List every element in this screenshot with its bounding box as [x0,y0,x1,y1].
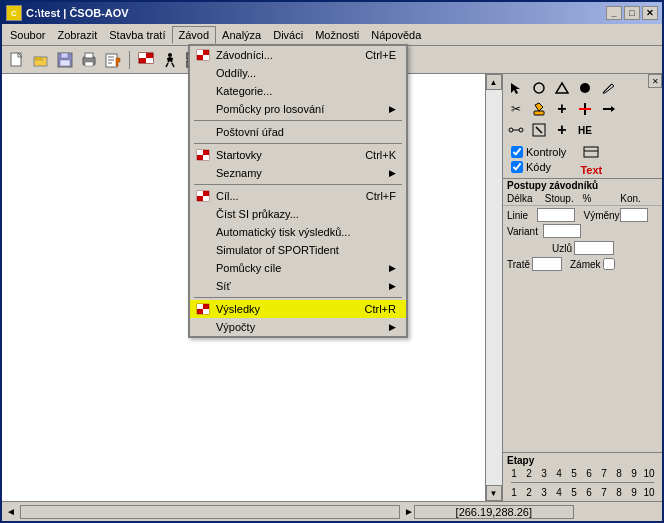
etapy-sel-1[interactable]: 1 [507,485,521,499]
menu-stavba[interactable]: Stavba tratí [103,27,171,43]
svg-rect-4 [61,53,68,58]
checkbox-kody[interactable] [511,161,523,173]
rp-scissors-btn[interactable]: ✂ [505,99,527,119]
scroll-up-btn[interactable]: ▲ [486,74,502,90]
menu-divaci[interactable]: Diváci [267,27,309,43]
dd-sep4 [194,297,402,298]
rp-plus2-btn[interactable]: + [551,120,573,140]
etapy-9[interactable]: 9 [627,466,641,480]
canvas-scrollbar-v[interactable]: ▲ ▼ [485,74,501,501]
checkbox-zamek[interactable] [603,258,615,270]
menu-analyza[interactable]: Analýza [216,27,267,43]
dd-kategorie[interactable]: Kategorie... [190,82,406,100]
rp-nodes-btn[interactable] [505,120,527,140]
dd-sep2 [194,143,402,144]
etapy-7[interactable]: 7 [597,466,611,480]
rp-bucket-btn[interactable] [528,99,550,119]
etapy-4[interactable]: 4 [552,466,566,480]
svg-rect-46 [203,55,209,60]
toolbar-runners[interactable] [159,49,181,71]
dd-vysledky[interactable]: Výsledky Ctrl+R [190,300,406,318]
input-uzlu[interactable] [574,241,614,255]
etapy-sel-5[interactable]: 5 [567,485,581,499]
rp-circle-btn[interactable] [528,78,550,98]
etapy-sel-3[interactable]: 3 [537,485,551,499]
menu-napoveda[interactable]: Nápověda [365,27,427,43]
input-trate[interactable] [532,257,562,271]
toolbar-print[interactable] [78,49,100,71]
rp-cross-btn[interactable] [574,99,596,119]
menu-zavod[interactable]: Závod [172,26,217,44]
window-title: C:\test | ČSOB-AOV [26,7,129,19]
col-stoup: Stoup. [545,193,583,204]
toolbar-new[interactable] [6,49,28,71]
scroll-down-btn[interactable]: ▼ [486,485,502,501]
dd-vypocty[interactable]: Výpočty ▶ [190,318,406,336]
checkbox-kontroly[interactable] [511,146,523,158]
etapy-2[interactable]: 2 [522,466,536,480]
rp-he-btn[interactable]: HE [574,120,596,140]
rp-cursor-btn[interactable] [505,78,527,98]
minimize-button[interactable]: _ [606,6,622,20]
toolbar-flag[interactable] [135,49,157,71]
label-vymen: Výměny [584,210,618,221]
dd-zavodnici-shortcut: Ctrl+E [365,49,396,61]
dd-auto-tisk[interactable]: Automatický tisk výsledků... [190,223,406,241]
rp-arrow-btn[interactable] [597,99,619,119]
etapy-10[interactable]: 10 [642,466,656,480]
status-bar: ◄ ► [266.19,288.26] [2,501,662,521]
etapy-6[interactable]: 6 [582,466,596,480]
etapy-sel-4[interactable]: 4 [552,485,566,499]
etapy-8[interactable]: 8 [612,466,626,480]
rp-plus-btn[interactable]: + [551,99,573,119]
etapy-sel-10[interactable]: 10 [642,485,656,499]
etapy-sel-6[interactable]: 6 [582,485,596,499]
etapy-sel-8[interactable]: 8 [612,485,626,499]
menu-soubor[interactable]: Soubor [4,27,51,43]
right-panel-close-btn[interactable]: ✕ [648,74,662,88]
dd-oddily[interactable]: Oddíly... [190,64,406,82]
menu-zobrazit[interactable]: Zobrazit [51,27,103,43]
label-zamek: Zámek [570,259,601,270]
toolbar-open[interactable] [30,49,52,71]
etapy-sel-9[interactable]: 9 [627,485,641,499]
etapy-label: Etapy [507,455,658,466]
dd-simulator[interactable]: Simulator of SPORTident [190,241,406,259]
dd-zavodnici[interactable]: Závodníci... Ctrl+E [190,46,406,64]
checkbox-kody-row: Kódy [507,160,570,174]
checkbox-kontroly-row: Kontroly [507,145,570,159]
field-trate-row: Tratě Zámek [503,256,662,272]
rp-triangle-btn[interactable] [551,78,573,98]
dd-pomucky-losovani[interactable]: Pomůcky pro losování ▶ [190,100,406,118]
input-vymen[interactable] [620,208,648,222]
dd-cil[interactable]: Cíl... Ctrl+F [190,187,406,205]
rp-filled-circle-btn[interactable] [574,78,596,98]
main-window: C C:\test | ČSOB-AOV _ □ ✕ Soubor Zobraz… [0,0,664,523]
horizontal-scrollbar[interactable] [20,505,400,519]
close-button[interactable]: ✕ [642,6,658,20]
etapy-divider [511,482,654,483]
rp-spacer [620,78,642,98]
etapy-sel-7[interactable]: 7 [597,485,611,499]
maximize-button[interactable]: □ [624,6,640,20]
dd-postovni[interactable]: Poštovní úřad [190,123,406,141]
dd-pomucky-cile[interactable]: Pomůcky cíle ▶ [190,259,406,277]
rp-pencil-btn[interactable] [597,78,619,98]
dd-cist-si[interactable]: Číst SI průkazy... [190,205,406,223]
scroll-left-btn[interactable]: ◄ [6,506,16,517]
dd-startovky[interactable]: Startovky Ctrl+K [190,146,406,164]
toolbar-save[interactable] [54,49,76,71]
rp-edit-btn[interactable] [528,120,550,140]
dd-sit[interactable]: Síť ▶ [190,277,406,295]
toolbar-export[interactable] [102,49,124,71]
dd-seznamy[interactable]: Seznamy ▶ [190,164,406,182]
etapy-3[interactable]: 3 [537,466,551,480]
input-variant[interactable] [543,224,581,238]
scroll-right-btn[interactable]: ► [404,506,414,517]
menu-moznosti[interactable]: Možnosti [309,27,365,43]
etapy-5[interactable]: 5 [567,466,581,480]
etapy-sel-2[interactable]: 2 [522,485,536,499]
rp-icon1-btn[interactable] [580,142,602,162]
etapy-1[interactable]: 1 [507,466,521,480]
input-linie[interactable] [537,208,575,222]
